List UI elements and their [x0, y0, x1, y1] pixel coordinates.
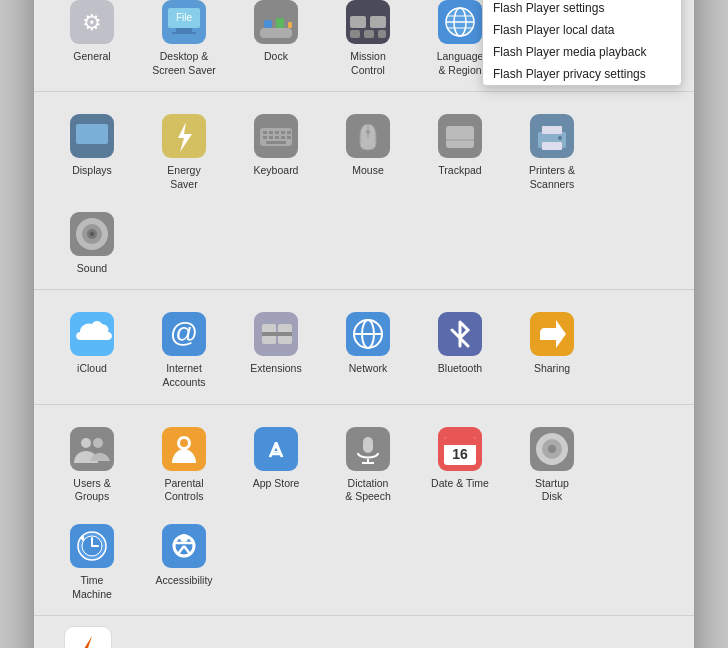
pref-dock[interactable]: Dock [232, 0, 320, 83]
pref-extensions[interactable]: Extensions [232, 302, 320, 395]
svg-text:File: File [176, 12, 193, 23]
pref-displays-label: Displays [72, 164, 112, 178]
svg-rect-44 [287, 131, 291, 134]
svg-rect-47 [275, 136, 279, 139]
pref-general[interactable]: ⚙ General [48, 0, 136, 83]
pref-mission[interactable]: MissionControl [324, 0, 412, 83]
svg-point-61 [558, 136, 562, 140]
system-preferences-window: ‹ › System Preferences 🔍 ✕ Flash Player … [34, 0, 694, 648]
pref-accessibility-label: Accessibility [155, 574, 212, 588]
pref-displays[interactable]: Displays [48, 104, 136, 197]
pref-network-label: Network [349, 362, 388, 376]
section-hardware: Displays EnergySaver Keyboard [34, 91, 694, 289]
svg-rect-45 [263, 136, 267, 139]
svg-point-53 [366, 130, 370, 134]
svg-text:⚙: ⚙ [82, 10, 102, 35]
svg-text:A: A [269, 437, 284, 462]
pref-desktop[interactable]: File Desktop &Screen Saver [140, 0, 228, 83]
pref-appstore-label: App Store [253, 477, 300, 491]
svg-rect-48 [281, 136, 285, 139]
svg-rect-35 [86, 144, 98, 148]
pref-energy-label: EnergySaver [167, 164, 200, 191]
flash-icon [64, 626, 112, 648]
pref-startup[interactable]: StartupDisk [508, 417, 596, 510]
pref-keyboard[interactable]: Keyboard [232, 104, 320, 197]
svg-rect-80 [70, 427, 114, 471]
dropdown-item-flash-settings[interactable]: Flash Player settings [483, 0, 681, 19]
pref-dictation[interactable]: Dictation& Speech [324, 417, 412, 510]
svg-rect-10 [176, 28, 192, 32]
pref-bluetooth[interactable]: Bluetooth [416, 302, 504, 395]
pref-parental-label: ParentalControls [164, 477, 203, 504]
dropdown-item-flash-local[interactable]: Flash Player local data [483, 19, 681, 41]
pref-mouse[interactable]: Mouse [324, 104, 412, 197]
pref-sound-label: Sound [77, 262, 107, 276]
pref-printers[interactable]: Printers &Scanners [508, 104, 596, 197]
svg-rect-73 [262, 332, 292, 336]
svg-rect-60 [542, 126, 562, 134]
pref-trackpad-label: Trackpad [438, 164, 481, 178]
pref-energy[interactable]: EnergySaver [140, 104, 228, 197]
pref-parental[interactable]: ParentalControls [140, 417, 228, 510]
pref-mission-label: MissionControl [350, 50, 386, 77]
pref-network[interactable]: Network [324, 302, 412, 395]
svg-rect-15 [264, 20, 272, 28]
svg-rect-50 [266, 141, 286, 144]
svg-rect-21 [350, 30, 360, 38]
svg-rect-14 [260, 28, 292, 38]
pref-accessibility[interactable]: Accessibility [140, 514, 228, 607]
pref-timemachine[interactable]: TimeMachine [48, 514, 136, 607]
pref-startup-label: StartupDisk [535, 477, 569, 504]
svg-rect-17 [288, 22, 292, 28]
pref-icloud[interactable]: iCloud [48, 302, 136, 395]
svg-point-66 [90, 232, 94, 236]
icons-system: Users &Groups ParentalControls A App Sto… [44, 417, 684, 608]
svg-point-82 [93, 438, 103, 448]
svg-rect-36 [82, 148, 102, 150]
section-system: Users &Groups ParentalControls A App Sto… [34, 404, 694, 616]
pref-users-label: Users &Groups [73, 477, 110, 504]
pref-datetime[interactable]: 16 Date & Time [416, 417, 504, 510]
pref-sharing-label: Sharing [534, 362, 570, 376]
section-internet: iCloud @ InternetAccounts Extensions [34, 289, 694, 403]
icons-internet: iCloud @ InternetAccounts Extensions [44, 302, 684, 395]
pref-general-label: General [73, 50, 110, 64]
pref-sharing[interactable]: Sharing [508, 302, 596, 395]
svg-rect-41 [269, 131, 273, 134]
svg-text:16: 16 [452, 446, 468, 462]
svg-rect-40 [263, 131, 267, 134]
pref-appstore[interactable]: A App Store [232, 417, 320, 510]
pref-printers-label: Printers &Scanners [529, 164, 575, 191]
svg-rect-19 [350, 16, 366, 28]
svg-text:@: @ [170, 317, 198, 348]
dropdown-item-flash-privacy[interactable]: Flash Player privacy settings [483, 63, 681, 85]
svg-rect-22 [364, 30, 374, 38]
pref-trackpad[interactable]: Trackpad [416, 104, 504, 197]
svg-rect-34 [76, 124, 108, 144]
pref-dock-label: Dock [264, 50, 288, 64]
svg-rect-90 [363, 437, 373, 453]
svg-rect-43 [281, 131, 285, 134]
pref-internet[interactable]: @ InternetAccounts [140, 302, 228, 395]
pref-keyboard-label: Keyboard [254, 164, 299, 178]
icons-hardware: Displays EnergySaver Keyboard [44, 104, 684, 281]
search-dropdown: Flash Player Flash Player settings Flash… [482, 0, 682, 86]
svg-rect-96 [444, 441, 476, 445]
svg-rect-23 [378, 30, 386, 38]
svg-rect-46 [269, 136, 273, 139]
pref-extensions-label: Extensions [250, 362, 301, 376]
pref-internet-label: InternetAccounts [162, 362, 205, 389]
pref-users[interactable]: Users &Groups [48, 417, 136, 510]
pref-flash[interactable]: Flash Player [48, 626, 128, 648]
pref-sound[interactable]: Sound [48, 202, 136, 282]
svg-point-101 [548, 445, 556, 453]
svg-rect-49 [287, 136, 291, 139]
svg-point-85 [180, 439, 188, 447]
section-other: Flash Player [34, 615, 694, 648]
pref-timemachine-label: TimeMachine [72, 574, 112, 601]
svg-rect-55 [446, 126, 474, 148]
svg-rect-59 [542, 142, 562, 150]
dropdown-item-flash-media[interactable]: Flash Player media playback [483, 41, 681, 63]
pref-desktop-label: Desktop &Screen Saver [152, 50, 216, 77]
pref-bluetooth-label: Bluetooth [438, 362, 482, 376]
